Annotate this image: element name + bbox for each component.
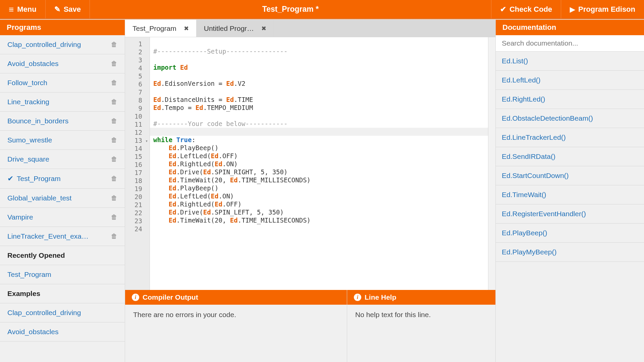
code-line[interactable]: import Ed xyxy=(153,63,485,71)
sidebar-item-program[interactable]: Sumo_wrestle xyxy=(0,131,125,150)
code-line[interactable]: Ed.PlayBeep() xyxy=(153,144,485,152)
line-number[interactable]: 9 xyxy=(125,104,150,112)
code-line[interactable]: Ed.LeftLed(Ed.OFF) xyxy=(153,152,485,160)
line-number[interactable]: 1 xyxy=(125,39,150,47)
program-edison-button[interactable]: Program Edison xyxy=(561,0,644,18)
trash-icon[interactable] xyxy=(106,233,117,240)
code-line[interactable]: Ed.RightLed(Ed.OFF) xyxy=(153,200,485,208)
sidebar-item-program[interactable]: Test_Program xyxy=(0,169,125,189)
line-number[interactable]: 24 xyxy=(125,224,150,232)
sidebar-item-program[interactable]: Line_tracking xyxy=(0,93,125,112)
line-number[interactable]: 5 xyxy=(125,71,150,79)
line-number[interactable]: 10 xyxy=(125,112,150,120)
line-number[interactable]: 18 xyxy=(125,176,150,184)
code-line[interactable]: Ed.Drive(Ed.SPIN_LEFT, 5, 350) xyxy=(153,208,485,216)
trash-icon[interactable] xyxy=(106,98,117,106)
line-number[interactable]: 14 xyxy=(125,144,150,152)
code-line[interactable] xyxy=(153,71,485,79)
doc-item[interactable]: Ed.ObstacleDetectionBeam() xyxy=(496,109,644,128)
editor-tab[interactable]: Untitled Progr… xyxy=(197,20,274,37)
code-editor[interactable]: 123456789101112131415161718192021222324 … xyxy=(125,37,495,290)
sidebar-item-program[interactable]: Bounce_in_borders xyxy=(0,112,125,131)
line-number[interactable]: 21 xyxy=(125,200,150,208)
editor-scrollbar[interactable] xyxy=(488,37,495,290)
doc-search-input[interactable] xyxy=(496,35,644,51)
doc-item[interactable]: Ed.StartCountDown() xyxy=(496,166,644,185)
sidebar-item-program[interactable]: Global_variable_test xyxy=(0,189,125,208)
sidebar-item-program[interactable]: LineTracker_Event_exa… xyxy=(0,227,125,246)
line-number[interactable]: 11 xyxy=(125,120,150,128)
code-line[interactable]: Ed.EdisonVersion = Ed.V2 xyxy=(153,79,485,87)
doc-item[interactable]: Ed.LeftLed() xyxy=(496,71,644,90)
programs-list[interactable]: Clap_controlled_drivingAvoid_obstaclesFo… xyxy=(0,35,125,362)
doc-item[interactable]: Ed.PlayBeep() xyxy=(496,224,644,243)
line-number[interactable]: 15 xyxy=(125,152,150,160)
line-number[interactable]: 8 xyxy=(125,96,150,104)
code-line[interactable]: while True: xyxy=(153,136,485,144)
sidebar-item-program[interactable]: Follow_torch xyxy=(0,73,125,93)
trash-icon[interactable] xyxy=(106,214,117,221)
line-number[interactable]: 6 xyxy=(125,79,150,87)
save-label: Save xyxy=(64,5,81,14)
save-button[interactable]: Save xyxy=(46,0,90,18)
doc-item[interactable]: Ed.LineTrackerLed() xyxy=(496,128,644,147)
code-line[interactable]: Ed.TimeWait(20, Ed.TIME_MILLISECONDS) xyxy=(153,216,485,224)
line-number[interactable]: 22 xyxy=(125,208,150,216)
trash-icon[interactable] xyxy=(106,156,117,163)
code-line[interactable] xyxy=(153,39,485,47)
line-number[interactable]: 17 xyxy=(125,168,150,176)
code-line[interactable]: Ed.DistanceUnits = Ed.TIME xyxy=(153,96,485,104)
line-number[interactable]: 3 xyxy=(125,55,150,63)
trash-icon[interactable] xyxy=(106,117,117,125)
trash-icon[interactable] xyxy=(106,194,117,202)
editor-content[interactable]: #-------------Setup---------------- impo… xyxy=(150,37,488,290)
sidebar-item-program[interactable]: Clap_controlled_driving xyxy=(0,35,125,54)
trash-icon[interactable] xyxy=(106,175,117,182)
editor-tab[interactable]: Test_Program xyxy=(125,20,197,37)
line-number[interactable]: 19 xyxy=(125,184,150,192)
line-number[interactable]: 13 xyxy=(125,136,150,144)
code-line[interactable]: Ed.RightLed(Ed.ON) xyxy=(153,160,485,168)
sidebar-item-program[interactable]: Avoid_obstacles xyxy=(0,54,125,73)
code-line[interactable]: Ed.Drive(Ed.SPIN_RIGHT, 5, 350) xyxy=(153,168,485,176)
line-number[interactable]: 23 xyxy=(125,216,150,224)
trash-icon[interactable] xyxy=(106,60,117,67)
code-line[interactable]: Ed.TimeWait(20, Ed.TIME_MILLISECONDS) xyxy=(153,176,485,184)
code-line[interactable] xyxy=(153,55,485,63)
trash-icon[interactable] xyxy=(106,79,117,86)
code-line[interactable]: #--------Your code below----------- xyxy=(153,120,485,128)
sidebar-item-program[interactable]: Drive_square xyxy=(0,150,125,169)
line-number[interactable]: 16 xyxy=(125,160,150,168)
trash-icon[interactable] xyxy=(106,41,117,48)
code-line[interactable]: Ed.LeftLed(Ed.ON) xyxy=(153,192,485,200)
doc-list[interactable]: Ed.List()Ed.LeftLed()Ed.RightLed()Ed.Obs… xyxy=(496,52,644,362)
check-code-button[interactable]: Check Code xyxy=(491,0,561,18)
sidebar-item-example[interactable]: Avoid_obstacles xyxy=(0,322,125,342)
code-line[interactable]: #-------------Setup---------------- xyxy=(153,47,485,55)
menu-button[interactable]: Menu xyxy=(0,0,46,18)
code-line[interactable] xyxy=(153,112,485,120)
code-line[interactable]: Ed.Tempo = Ed.TEMPO_MEDIUM xyxy=(153,104,485,112)
code-line[interactable] xyxy=(153,224,485,232)
trash-icon[interactable] xyxy=(106,136,117,144)
sidebar-item-program[interactable]: Vampire xyxy=(0,208,125,227)
doc-item[interactable]: Ed.List() xyxy=(496,52,644,71)
doc-item[interactable]: Ed.TimeWait() xyxy=(496,185,644,204)
check-icon xyxy=(500,6,506,13)
doc-item[interactable]: Ed.PlayMyBeep() xyxy=(496,243,644,262)
line-number[interactable]: 4 xyxy=(125,63,150,71)
doc-item[interactable]: Ed.RegisterEventHandler() xyxy=(496,204,644,224)
line-number[interactable]: 2 xyxy=(125,47,150,55)
line-number[interactable]: 7 xyxy=(125,87,150,96)
doc-item[interactable]: Ed.SendIRData() xyxy=(496,147,644,166)
line-number[interactable]: 12 xyxy=(125,128,150,136)
code-line[interactable] xyxy=(150,128,488,136)
line-number[interactable]: 20 xyxy=(125,192,150,200)
close-icon[interactable] xyxy=(184,25,189,32)
code-line[interactable] xyxy=(153,87,485,96)
code-line[interactable]: Ed.PlayBeep() xyxy=(153,184,485,192)
close-icon[interactable] xyxy=(261,25,266,32)
doc-item[interactable]: Ed.RightLed() xyxy=(496,90,644,109)
sidebar-item-recent[interactable]: Test_Program xyxy=(0,265,125,284)
sidebar-item-example[interactable]: Clap_controlled_driving xyxy=(0,303,125,322)
